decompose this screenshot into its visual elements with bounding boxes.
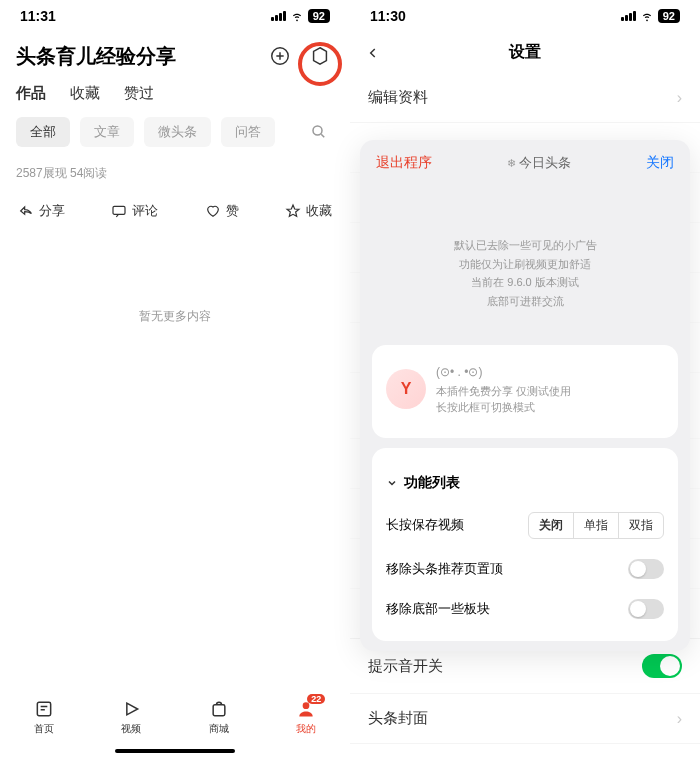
left-phone-screen: 11:31 92 头条育儿经验分享 作品 收藏 bbox=[0, 0, 350, 757]
filter-chips: 全部 文章 微头条 问答 bbox=[0, 111, 350, 159]
svg-point-1 bbox=[313, 126, 322, 135]
tab-video[interactable]: 视频 bbox=[120, 698, 142, 736]
row-edit-profile[interactable]: 编辑资料 › bbox=[350, 73, 700, 123]
bottom-tabbar: 首页 视频 商城 我的 22 bbox=[0, 687, 350, 757]
status-time: 11:30 bbox=[370, 8, 406, 24]
row-cover[interactable]: 头条封面 › bbox=[350, 694, 700, 744]
back-chevron-icon[interactable] bbox=[366, 46, 380, 60]
no-more-content: 暂无更多内容 bbox=[0, 308, 350, 325]
right-phone-screen: 11:30 92 设置 编辑资料 › 账 › 隐 › bbox=[350, 0, 700, 757]
tab-favorites[interactable]: 收藏 bbox=[70, 84, 100, 103]
svg-rect-3 bbox=[37, 702, 50, 715]
sound-toggle[interactable] bbox=[642, 654, 682, 678]
status-bar: 11:31 92 bbox=[0, 0, 350, 32]
settings-title: 设置 bbox=[509, 42, 541, 63]
chevron-right-icon: › bbox=[677, 89, 682, 107]
play-icon bbox=[121, 699, 141, 719]
status-time: 11:31 bbox=[20, 8, 56, 24]
comment-action[interactable]: 评论 bbox=[111, 202, 158, 220]
svg-rect-4 bbox=[213, 705, 225, 716]
chip-all[interactable]: 全部 bbox=[16, 117, 70, 147]
star-icon bbox=[285, 203, 301, 219]
plugin-card: Y (⊙• . •⊙) 本插件免费分享 仅测试使用 长按此框可切换模式 bbox=[372, 345, 678, 438]
status-right: 92 bbox=[621, 9, 680, 23]
wifi-icon bbox=[640, 9, 654, 23]
save-video-segmented[interactable]: 关闭 单指 双指 bbox=[528, 512, 664, 539]
save-video-row: 长按保存视频 关闭 单指 双指 bbox=[386, 502, 664, 549]
functions-header[interactable]: 功能列表 bbox=[386, 460, 664, 502]
search-icon bbox=[310, 123, 328, 141]
bag-icon bbox=[209, 699, 229, 719]
tab-mall[interactable]: 商城 bbox=[208, 698, 230, 736]
home-icon bbox=[34, 699, 54, 719]
plugin-modal: 退出程序 今日头条 关闭 默认已去除一些可见的小广告 功能仅为让刷视频更加舒适 … bbox=[360, 140, 690, 651]
status-right: 92 bbox=[271, 9, 330, 23]
settings-header: 设置 bbox=[350, 32, 700, 73]
functions-card: 功能列表 长按保存视频 关闭 单指 双指 移除头条推荐页置顶 移除底部一些板块 bbox=[372, 448, 678, 641]
profile-header: 头条育儿经验分享 bbox=[0, 32, 350, 84]
remove-top-toggle[interactable] bbox=[628, 559, 664, 579]
modal-app-name: 今日头条 bbox=[507, 154, 571, 172]
chevron-right-icon: › bbox=[677, 710, 682, 728]
close-button[interactable]: 关闭 bbox=[646, 154, 674, 172]
comment-icon bbox=[111, 203, 127, 219]
battery-indicator: 92 bbox=[308, 9, 330, 23]
svg-rect-2 bbox=[113, 206, 125, 214]
share-icon bbox=[18, 203, 34, 219]
like-action[interactable]: 赞 bbox=[205, 202, 239, 220]
tab-works[interactable]: 作品 bbox=[16, 84, 46, 103]
plugin-info-row[interactable]: Y (⊙• . •⊙) 本插件免费分享 仅测试使用 长按此框可切换模式 bbox=[386, 357, 664, 426]
chip-qa[interactable]: 问答 bbox=[221, 117, 275, 147]
plugin-avatar: Y bbox=[386, 369, 426, 409]
add-button[interactable] bbox=[266, 42, 294, 70]
home-indicator bbox=[115, 749, 235, 753]
wifi-icon bbox=[290, 9, 304, 23]
remove-top-row: 移除头条推荐页置顶 bbox=[386, 549, 664, 589]
signal-icon bbox=[271, 11, 286, 21]
modal-header: 退出程序 今日头条 关闭 bbox=[360, 140, 690, 186]
primary-tabs: 作品 收藏 赞过 bbox=[0, 84, 350, 111]
modal-info-text: 默认已去除一些可见的小广告 功能仅为让刷视频更加舒适 当前在 9.6.0 版本测… bbox=[360, 186, 690, 335]
stats-text: 2587展现 54阅读 bbox=[0, 159, 350, 194]
actions-row: 分享 评论 赞 收藏 bbox=[0, 194, 350, 238]
tab-home[interactable]: 首页 bbox=[33, 698, 55, 736]
share-action[interactable]: 分享 bbox=[18, 202, 65, 220]
signal-icon bbox=[621, 11, 636, 21]
badge-count: 22 bbox=[307, 694, 325, 704]
tab-liked[interactable]: 赞过 bbox=[124, 84, 154, 103]
status-bar: 11:30 92 bbox=[350, 0, 700, 32]
fav-action[interactable]: 收藏 bbox=[285, 202, 332, 220]
chip-micro[interactable]: 微头条 bbox=[144, 117, 211, 147]
heart-icon bbox=[205, 203, 221, 219]
chevron-down-icon bbox=[386, 477, 398, 489]
tab-mine[interactable]: 我的 22 bbox=[295, 698, 317, 736]
chip-article[interactable]: 文章 bbox=[80, 117, 134, 147]
quit-button[interactable]: 退出程序 bbox=[376, 154, 432, 172]
battery-indicator: 92 bbox=[658, 9, 680, 23]
remove-bottom-toggle[interactable] bbox=[628, 599, 664, 619]
plus-circle-icon bbox=[269, 45, 291, 67]
search-button[interactable] bbox=[304, 117, 334, 147]
remove-bottom-row: 移除底部一些板块 bbox=[386, 589, 664, 629]
profile-title: 头条育儿经验分享 bbox=[16, 43, 176, 70]
highlight-circle bbox=[298, 42, 342, 86]
